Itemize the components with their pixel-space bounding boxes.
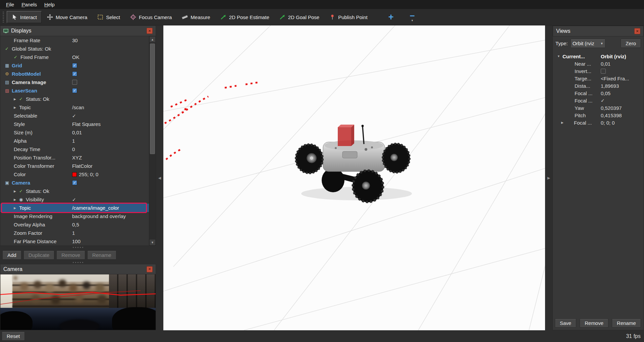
property-value[interactable]: OK — [72, 54, 79, 60]
tool-focus-camera-button[interactable]: Focus Camera — [125, 11, 176, 23]
collapse-arrow-icon[interactable]: ▼ — [557, 55, 562, 58]
property-value[interactable]: 255; 0; 0 — [72, 172, 98, 177]
property-row-color-transformer[interactable]: Color TransformerFlatColor — [0, 162, 149, 170]
property-value[interactable]: ✓ — [72, 63, 77, 68]
property-row-grid[interactable]: ▦Grid✓ — [0, 61, 149, 70]
property-row-status-ok[interactable]: ▶✓Status: Ok — [0, 95, 149, 103]
property-row-zoom-factor[interactable]: Zoom Factor1 — [0, 229, 149, 237]
property-row-selectable[interactable]: Selectable✓ — [0, 112, 149, 120]
add-button[interactable]: Add — [2, 251, 21, 260]
checkbox-unchecked-icon[interactable] — [72, 80, 77, 85]
reset-button[interactable]: Reset — [2, 332, 25, 341]
add-tool-button[interactable]: + — [383, 11, 399, 23]
property-row-focal[interactable]: ▶Focal ...0; 0; 0 — [553, 119, 644, 126]
property-value[interactable]: <Fixed Fra... — [601, 76, 629, 81]
expand-arrow-icon[interactable]: ▶ — [14, 206, 19, 210]
close-displays-panel-button[interactable]: ✕ — [147, 28, 153, 34]
property-row-focal[interactable]: Focal ...0,05 — [553, 89, 644, 97]
property-value[interactable]: ✓ — [72, 88, 77, 93]
property-row-style[interactable]: StyleFlat Squares — [0, 120, 149, 128]
property-row-invert[interactable]: Invert... — [553, 67, 644, 75]
property-value[interactable]: ✓ — [601, 98, 605, 103]
duplicate-button[interactable]: Duplicate — [23, 251, 55, 260]
property-value[interactable]: 1,89693 — [601, 83, 619, 89]
tool-measure-button[interactable]: Measure — [177, 11, 215, 23]
property-value[interactable]: 0 — [72, 146, 75, 152]
property-row-decay-time[interactable]: Decay Time0 — [0, 145, 149, 153]
property-value[interactable]: 0,520397 — [601, 105, 622, 111]
tool-interact-button[interactable]: Interact — [7, 11, 42, 23]
right-splitter[interactable]: ▶ — [545, 25, 552, 330]
save-button[interactable]: Save — [555, 319, 576, 328]
property-value[interactable]: 0,415398 — [601, 113, 622, 118]
rename-button[interactable]: Rename — [612, 319, 641, 328]
expand-arrow-icon[interactable]: ▶ — [14, 106, 19, 109]
zero-button[interactable]: Zero — [621, 39, 641, 48]
property-row-topic[interactable]: ▶Topic/scan — [0, 103, 149, 112]
property-value[interactable]: /camera/image_color — [72, 205, 119, 211]
property-row-current[interactable]: ▼Current...Orbit (rviz) — [553, 53, 644, 60]
menu-help[interactable]: Help — [41, 1, 58, 8]
property-value[interactable]: ✓ — [72, 113, 76, 119]
property-row-position-transfor[interactable]: Position Transfor...XYZ — [0, 153, 149, 162]
scrollbar-handle[interactable] — [150, 44, 155, 154]
left-splitter[interactable]: ◀ — [156, 25, 163, 330]
property-value[interactable]: 0,05 — [601, 90, 610, 96]
close-camera-panel-button[interactable]: ✕ — [147, 266, 153, 272]
property-row-far-plane-distance[interactable]: Far Plane Distance100 — [0, 237, 149, 246]
property-row-size-m[interactable]: Size (m)0,01 — [0, 128, 149, 137]
property-value[interactable]: Flat Squares — [72, 121, 101, 127]
tool-move-camera-button[interactable]: Move Camera — [42, 11, 92, 23]
property-row-global-status-ok[interactable]: ✓Global Status: Ok — [0, 45, 149, 53]
property-value[interactable] — [601, 69, 606, 74]
close-views-panel-button[interactable]: ✕ — [634, 28, 640, 34]
remove-button[interactable]: Remove — [56, 251, 85, 260]
property-row-status-ok[interactable]: ▶✓Status: Ok — [0, 187, 149, 195]
property-value[interactable]: 0; 0; 0 — [601, 120, 615, 126]
property-row-frame-rate[interactable]: Frame Rate30 — [0, 36, 149, 45]
property-row-near[interactable]: Near ...0,01 — [553, 60, 644, 67]
property-row-targe[interactable]: Targe...<Fixed Fra... — [553, 75, 644, 82]
expand-arrow-icon[interactable]: ▶ — [14, 198, 19, 201]
expand-arrow-icon[interactable]: ▶ — [561, 121, 567, 124]
property-value[interactable]: background and overlay — [72, 213, 126, 219]
property-value[interactable] — [72, 80, 77, 85]
checkmark-icon[interactable]: ✓ — [72, 197, 76, 202]
tool-publish-point-button[interactable]: Publish Point — [325, 11, 372, 23]
checkbox-checked-icon[interactable]: ✓ — [72, 71, 77, 76]
property-value[interactable]: FlatColor — [72, 163, 93, 169]
property-value[interactable]: 0,01 — [601, 61, 610, 67]
property-row-image-rendering[interactable]: Image Renderingbackground and overlay — [0, 212, 149, 220]
scroll-up-arrow-icon[interactable]: ▲ — [149, 36, 156, 43]
property-row-robotmodel[interactable]: ⚙RobotModel✓ — [0, 70, 149, 78]
menu-file[interactable]: File — [3, 1, 17, 8]
property-value[interactable]: 1 — [72, 138, 75, 144]
property-row-pitch[interactable]: Pitch0,415398 — [553, 112, 644, 119]
property-row-camera[interactable]: ▣Camera✓ — [0, 179, 149, 187]
property-row-camera-image[interactable]: ▤Camera Image — [0, 78, 149, 86]
property-value[interactable]: ✓ — [72, 180, 77, 185]
property-value[interactable]: 1 — [72, 230, 75, 236]
checkbox-checked-icon[interactable]: ✓ — [72, 180, 77, 185]
view-type-dropdown[interactable]: Orbit (rviz ▼ — [571, 39, 605, 48]
checkmark-icon[interactable]: ✓ — [601, 98, 605, 103]
property-row-overlay-alpha[interactable]: Overlay Alpha0,5 — [0, 220, 149, 229]
property-row-fixed-frame[interactable]: ✓Fixed FrameOK — [0, 53, 149, 61]
panel-resize-handle[interactable] — [0, 246, 156, 249]
property-value[interactable]: 0,01 — [72, 130, 82, 135]
remove-button[interactable]: Remove — [580, 319, 608, 328]
tool-2d-pose-estimate-button[interactable]: 2D Pose Estimate — [216, 11, 274, 23]
property-row-dista[interactable]: Dista...1,89693 — [553, 82, 644, 89]
property-value[interactable]: 0,5 — [72, 222, 79, 227]
collapse-right-arrow-icon[interactable]: ▶ — [547, 176, 550, 180]
property-value[interactable]: XYZ — [72, 155, 82, 160]
property-value[interactable]: 100 — [72, 238, 80, 244]
property-value[interactable]: ✓ — [72, 71, 77, 76]
property-value[interactable]: Orbit (rviz) — [601, 54, 626, 59]
render-viewport-3d[interactable] — [163, 25, 545, 330]
checkbox-unchecked-icon[interactable] — [601, 69, 606, 74]
property-row-focal[interactable]: Focal ...✓ — [553, 97, 644, 104]
property-value[interactable]: /scan — [72, 105, 84, 110]
property-row-color[interactable]: Color255; 0; 0 — [0, 170, 149, 179]
displays-tree-scrollbar[interactable]: ▲ ▼ — [149, 36, 156, 246]
